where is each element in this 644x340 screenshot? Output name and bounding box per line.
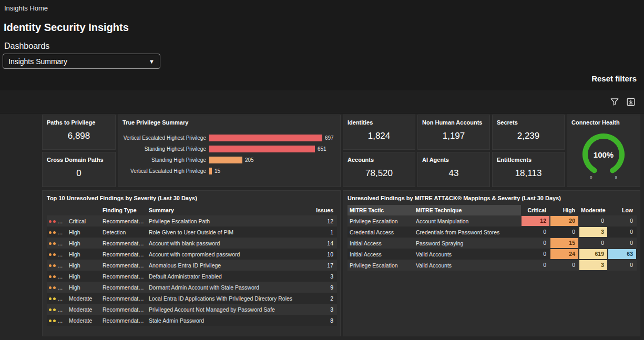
issues-count: 2 xyxy=(305,293,337,304)
bar-segment[interactable] xyxy=(209,146,315,152)
severity-dot-filled xyxy=(53,242,56,245)
severity-count-low: 0 xyxy=(608,216,636,226)
col-low: Low xyxy=(608,205,637,215)
severity-count-high: 15 xyxy=(550,238,578,248)
finding-row[interactable]: HighRecommendationAccount with compromis… xyxy=(47,249,337,260)
finding-type: Detection xyxy=(100,226,147,238)
bar-row: Standing High Privilege205 xyxy=(122,154,340,166)
mitre-tactic: Initial Access xyxy=(347,249,414,260)
mitre-row[interactable]: Initial AccessPassword Spraying01500 xyxy=(347,238,637,249)
mitre-row[interactable]: Initial AccessValid Accounts02461963 xyxy=(347,249,637,260)
chevron-down-icon: ▼ xyxy=(149,58,155,65)
finding-row[interactable]: HighRecommendationAccount with blank pas… xyxy=(47,238,337,249)
severity-count-cell-low: 0 xyxy=(608,238,637,249)
finding-row[interactable]: HighDetectionRole Given to User Outside … xyxy=(47,226,337,238)
gauge-value: 100% xyxy=(579,130,628,179)
severity-dots xyxy=(47,304,67,315)
issues-count: 1 xyxy=(305,226,337,238)
page-title: Identity Security Insights xyxy=(4,22,129,34)
kpi-card-non-human-accounts: Non Human Accounts 1,197 xyxy=(417,115,490,150)
severity-dot-filled xyxy=(53,320,56,322)
severity-label: Critical xyxy=(67,215,100,226)
severity-count-moderate: 0 xyxy=(579,238,607,248)
bar-segment[interactable] xyxy=(209,157,242,163)
mitre-row[interactable]: Privilege EscalationValid Accounts0030 xyxy=(347,260,637,271)
issues-count: 8 xyxy=(305,315,337,326)
finding-summary: Dormant Admin Account with Stale Passwor… xyxy=(147,282,305,293)
finding-type: Recommendation xyxy=(100,215,147,226)
finding-row[interactable]: CriticalRecommendationPrivilege Escalati… xyxy=(47,215,337,226)
finding-row[interactable]: HighRecommendationAnomalous Entra ID Pri… xyxy=(47,260,337,271)
gauge-label: Connector Health xyxy=(567,115,640,126)
severity-dots xyxy=(47,238,67,249)
severity-dot-filled xyxy=(49,264,52,267)
finding-row[interactable]: ModerateRecommendationPrivileged Account… xyxy=(47,304,337,315)
finding-type: Recommendation xyxy=(100,260,147,271)
severity-count-cell-critical: 0 xyxy=(521,249,550,260)
severity-label: High xyxy=(67,226,100,238)
kpi-label: Accounts xyxy=(343,152,415,163)
bar-value-label: 205 xyxy=(242,157,254,163)
kpi-card-ai-agents: AI Agents 43 xyxy=(417,152,490,187)
dashboard-select[interactable]: Insights Summary ▼ xyxy=(3,54,160,69)
severity-count-high: 24 xyxy=(550,249,578,259)
issues-count: 17 xyxy=(305,260,337,271)
gauge-max-label: 9 xyxy=(615,175,617,180)
finding-row[interactable]: HighRecommendationDormant Admin Account … xyxy=(47,282,337,293)
severity-count-cell-high: 0 xyxy=(550,226,579,238)
severity-count-critical: 0 xyxy=(522,260,549,270)
reset-filters-link[interactable]: Reset filters xyxy=(591,74,637,83)
col-mitre-tactic: MITRE Tactic xyxy=(347,205,414,215)
col-summary: Summary xyxy=(147,205,305,215)
col-moderate: Moderate xyxy=(579,205,608,215)
kpi-label: Cross Domain Paths xyxy=(43,152,115,163)
severity-count-moderate: 619 xyxy=(579,249,607,259)
breadcrumb[interactable]: Insights Home xyxy=(4,4,48,12)
severity-count-cell-critical: 0 xyxy=(521,238,550,249)
severity-count-cell-critical: 0 xyxy=(521,260,550,271)
mitre-tactic: Initial Access xyxy=(347,238,414,249)
dashboard-select-value: Insights Summary xyxy=(8,57,67,66)
finding-row[interactable]: HighRecommendationDefault Administrator … xyxy=(47,271,337,282)
severity-dot-filled xyxy=(49,231,52,234)
severity-count-high: 0 xyxy=(550,260,578,270)
mitre-tactic: Credential Access xyxy=(347,226,414,238)
finding-row[interactable]: ModerateRecommendationLocal Entra ID App… xyxy=(47,293,337,304)
mitre-technique: Credentials from Password Stores xyxy=(414,226,521,238)
mitre-tactic: Privilege Escalation xyxy=(347,260,414,271)
true-privilege-chart: Vertical Escalated Highest Privilege697S… xyxy=(122,132,340,177)
mitre-row[interactable]: Privilege EscalationAccount Manipulation… xyxy=(347,215,637,226)
severity-count-low: 0 xyxy=(608,238,636,248)
finding-type: Recommendation xyxy=(100,238,147,249)
download-icon[interactable] xyxy=(626,97,636,107)
severity-count-cell-critical: 12 xyxy=(521,215,550,226)
toolbar xyxy=(0,90,644,114)
bar-category-label: Vertical Escalated Highest Privilege xyxy=(122,135,209,141)
finding-summary: Role Given to User Outside of PIM xyxy=(147,226,305,238)
kpi-card-cross-domain-paths: Cross Domain Paths 0 xyxy=(42,152,116,187)
true-privilege-summary-card: True Privilege Summary Vertical Escalate… xyxy=(118,115,341,187)
kpi-value: 18,113 xyxy=(493,163,564,187)
kpi-card-secrets: Secrets 2,239 xyxy=(492,115,565,150)
mitre-panel: Unresolved Findings by MITRE ATT&CK® Map… xyxy=(343,190,640,336)
severity-count-high: 0 xyxy=(550,227,578,237)
bar-row: Vertical Escalated Highest Privilege697 xyxy=(122,132,340,143)
severity-dot-filled xyxy=(53,220,56,223)
severity-dots xyxy=(47,226,67,238)
mitre-row[interactable]: Credential AccessCredentials from Passwo… xyxy=(347,226,637,238)
kpi-card-accounts: Accounts 78,520 xyxy=(343,152,415,187)
finding-summary: Default Administrator Enabled xyxy=(147,271,305,282)
severity-dot-filled xyxy=(49,253,52,256)
severity-dots xyxy=(47,293,67,304)
mitre-technique: Account Manipulation xyxy=(414,215,521,226)
mitre-technique: Valid Accounts xyxy=(414,260,521,271)
page: Insights Home Identity Security Insights… xyxy=(0,0,644,340)
severity-dot-filled xyxy=(49,297,52,300)
col-severity xyxy=(67,205,100,215)
finding-row[interactable]: ModerateRecommendationStale Admin Passwo… xyxy=(47,315,337,326)
kpi-label: Identities xyxy=(343,115,415,126)
finding-type: Recommendation xyxy=(100,282,147,293)
severity-label: High xyxy=(67,271,100,282)
bar-segment[interactable] xyxy=(209,135,322,141)
filter-icon[interactable] xyxy=(610,97,619,107)
